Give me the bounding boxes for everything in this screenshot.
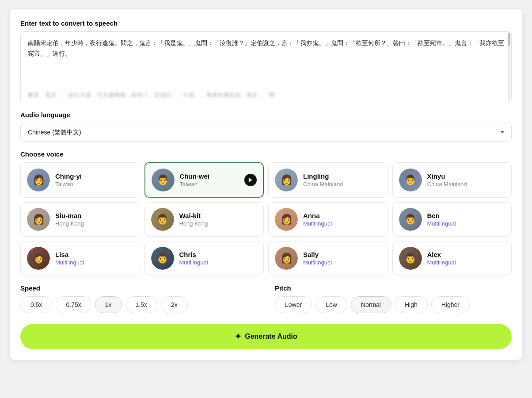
pitch-option-lower[interactable]: Lower <box>275 296 312 313</box>
voice-name-sally: Sally <box>303 251 381 258</box>
language-label: Audio language <box>20 111 512 119</box>
main-container: Enter text to convert to speech 數里，鬼言：「步… <box>10 9 522 360</box>
voice-info-ben: BenMultilingual <box>427 212 505 227</box>
voice-region-sally: Multilingual <box>303 259 381 266</box>
voice-avatar-chun-wei: 👨 <box>152 168 175 191</box>
generate-button-label: Generate Audio <box>245 333 297 341</box>
voice-info-sally: SallyMultilingual <box>303 251 381 266</box>
voice-region-lisa: Multilingual <box>55 259 133 266</box>
voice-name-xinyu: Xinyu <box>427 172 505 180</box>
voice-card-wai-kit[interactable]: 👨Wai-kitHong Kong <box>144 202 264 237</box>
pitch-option-low[interactable]: Low <box>315 296 347 313</box>
voice-avatar-siu-man: 👩 <box>27 208 50 231</box>
pitch-option-high[interactable]: High <box>395 296 428 313</box>
voice-info-siu-man: Siu-manHong Kong <box>55 212 133 227</box>
voice-avatar-ben: 👨 <box>399 208 422 231</box>
voice-name-ben: Ben <box>427 212 505 219</box>
speed-option-1x[interactable]: 1x <box>95 296 122 313</box>
voice-info-chris: ChrisMultilingual <box>179 251 258 266</box>
voice-card-siu-man[interactable]: 👩Siu-manHong Kong <box>20 202 140 237</box>
speed-option-2x[interactable]: 2x <box>161 296 188 313</box>
voice-region-alex: Multilingual <box>427 259 505 266</box>
pitch-option-higher[interactable]: Higher <box>431 296 470 313</box>
voice-region-xinyu: China Mainland <box>427 181 505 188</box>
generate-button[interactable]: ✦ Generate Audio <box>20 324 512 349</box>
voice-card-chun-wei[interactable]: 👨Chun-weiTaiwan <box>144 162 264 198</box>
voice-avatar-alex: 👨 <box>399 247 422 270</box>
pitch-label: Pitch <box>275 284 512 292</box>
voice-card-alex[interactable]: 👨AlexMultilingual <box>392 241 512 276</box>
pitch-group: Pitch LowerLowNormalHighHigher <box>275 284 512 313</box>
controls-row: Speed 0.5x0.75x1x1.5x2x Pitch LowerLowNo… <box>20 284 512 313</box>
voice-region-siu-man: Hong Kong <box>55 220 133 227</box>
voice-avatar-xinyu: 👨 <box>399 168 422 191</box>
voice-info-chun-wei: Chun-weiTaiwan <box>180 172 239 188</box>
voice-region-ching-yi: Taiwan <box>55 181 133 188</box>
voice-card-ching-yi[interactable]: 👩Ching-yiTaiwan <box>20 162 140 198</box>
voices-label: Choose voice <box>20 150 512 158</box>
speed-options: 0.5x0.75x1x1.5x2x <box>20 296 257 313</box>
voice-avatar-anna: 👩 <box>275 208 298 231</box>
voice-info-ching-yi: Ching-yiTaiwan <box>55 172 133 188</box>
voice-name-wai-kit: Wai-kit <box>179 212 258 219</box>
text-input[interactable] <box>21 32 511 86</box>
speed-option-05x[interactable]: 0.5x <box>20 296 52 313</box>
voice-info-lingling: LinglingChina Mainland <box>303 172 381 188</box>
scrollbar[interactable] <box>508 33 510 101</box>
voice-name-chris: Chris <box>179 251 258 258</box>
voice-region-anna: Multilingual <box>303 220 381 227</box>
voice-region-chris: Multilingual <box>179 259 258 266</box>
speed-group: Speed 0.5x0.75x1x1.5x2x <box>20 284 257 313</box>
voice-card-lingling[interactable]: 👩LinglingChina Mainland <box>268 162 388 198</box>
voice-name-anna: Anna <box>303 212 381 219</box>
voice-info-xinyu: XinyuChina Mainland <box>427 172 505 188</box>
voice-card-lisa[interactable]: 👩LisaMultilingual <box>20 241 140 276</box>
voice-name-chun-wei: Chun-wei <box>180 172 239 180</box>
sparkle-icon: ✦ <box>235 332 241 341</box>
text-input-wrapper: 數里，鬼言：「步行大遠，可共遞相擔，如何？」定伯曰：「大善。」鬼便先擔定伯。鬼言… <box>20 31 512 102</box>
blurred-text: 數里，鬼言：「步行大遠，可共遞相擔，如何？」定伯曰：「大善。」鬼便先擔定伯。鬼言… <box>21 88 511 102</box>
voice-card-anna[interactable]: 👩AnnaMultilingual <box>268 202 388 237</box>
voice-name-lingling: Lingling <box>303 172 381 180</box>
voice-info-lisa: LisaMultilingual <box>55 251 133 266</box>
speed-option-075x[interactable]: 0.75x <box>56 296 91 313</box>
voice-avatar-chris: 👨 <box>151 247 174 270</box>
voices-grid: 👩Ching-yiTaiwan👨Chun-weiTaiwan👩LinglingC… <box>20 162 512 276</box>
voice-info-anna: AnnaMultilingual <box>303 212 381 227</box>
speed-option-15x[interactable]: 1.5x <box>125 296 157 313</box>
voice-avatar-sally: 👩 <box>275 247 298 270</box>
voice-name-lisa: Lisa <box>55 251 133 258</box>
voice-name-ching-yi: Ching-yi <box>55 172 133 180</box>
speed-label: Speed <box>20 284 257 292</box>
voice-region-chun-wei: Taiwan <box>180 181 239 188</box>
voice-card-chris[interactable]: 👨ChrisMultilingual <box>144 241 264 276</box>
voices-section: Choose voice 👩Ching-yiTaiwan👨Chun-weiTai… <box>20 150 512 276</box>
language-select-wrapper: Chinese (繁體中文)EnglishJapaneseKoreanFrenc… <box>20 123 512 142</box>
voice-avatar-wai-kit: 👨 <box>151 208 174 231</box>
voice-region-ben: Multilingual <box>427 220 505 227</box>
voice-avatar-lingling: 👩 <box>275 168 298 191</box>
svg-marker-0 <box>249 178 252 182</box>
pitch-options: LowerLowNormalHighHigher <box>275 296 512 313</box>
voice-card-ben[interactable]: 👨BenMultilingual <box>392 202 512 237</box>
scrollbar-thumb[interactable] <box>508 33 510 46</box>
voice-name-alex: Alex <box>427 251 505 258</box>
pitch-option-normal[interactable]: Normal <box>351 296 391 313</box>
language-section: Audio language Chinese (繁體中文)EnglishJapa… <box>20 111 512 142</box>
voice-region-lingling: China Mainland <box>303 181 381 188</box>
voice-info-wai-kit: Wai-kitHong Kong <box>179 212 258 227</box>
voice-card-xinyu[interactable]: 👨XinyuChina Mainland <box>392 162 512 198</box>
text-input-label: Enter text to convert to speech <box>20 19 512 27</box>
voice-avatar-ching-yi: 👩 <box>27 168 50 191</box>
language-select[interactable]: Chinese (繁體中文)EnglishJapaneseKoreanFrenc… <box>20 123 512 142</box>
voice-avatar-lisa: 👩 <box>27 247 50 270</box>
voice-region-wai-kit: Hong Kong <box>179 220 258 227</box>
voice-info-alex: AlexMultilingual <box>427 251 505 266</box>
voice-card-sally[interactable]: 👩SallyMultilingual <box>268 241 388 276</box>
play-button-chun-wei[interactable] <box>244 174 257 186</box>
voice-name-siu-man: Siu-man <box>55 212 133 219</box>
